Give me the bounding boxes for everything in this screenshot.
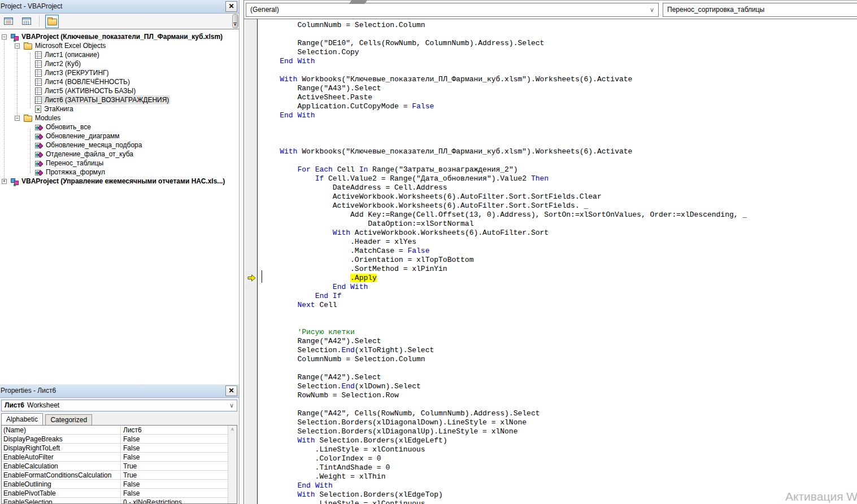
- scroll-up-icon[interactable]: ˄: [228, 426, 237, 434]
- tree-item-label: Лист5 (АКТИВНОСТЬ БАЗЫ): [45, 87, 136, 95]
- toolbar-overflow-button[interactable]: ▼: [232, 14, 238, 28]
- tree-item[interactable]: Лист5 (АКТИВНОСТЬ БАЗЫ): [0, 86, 239, 95]
- property-value[interactable]: False: [121, 480, 237, 488]
- properties-title: Properties - Лист6: [1, 387, 56, 395]
- folder-icon: [24, 116, 32, 122]
- project-toolbar: ▼: [0, 14, 239, 29]
- property-name: EnableSelection: [2, 498, 121, 504]
- next-statement-arrow-icon: [247, 274, 256, 282]
- code-line: .TintAndShade = 0: [262, 463, 747, 472]
- tree-item-label: Обновление_диаграмм: [46, 132, 120, 140]
- code-line: With Workbooks("Ключевые_показатели_ПЛ_Ф…: [262, 75, 747, 84]
- property-row: EnableFormatConditionsCalculationTrue: [2, 471, 237, 480]
- tree-item[interactable]: ✕ЭтаКнига: [0, 104, 239, 113]
- code-line: [262, 138, 747, 147]
- property-value[interactable]: False: [121, 453, 237, 461]
- code-line: Range("A42").Select: [262, 337, 747, 346]
- workbook-icon: ✕: [35, 106, 41, 113]
- code-window: (General) ∨ Перенос_сортировка_таблицы C…: [243, 0, 857, 504]
- code-line: Next Cell: [262, 301, 747, 310]
- property-name: DisplayRightToLeft: [2, 444, 121, 452]
- project-close-button[interactable]: ✕: [225, 1, 237, 12]
- module-icon: [35, 142, 43, 149]
- project-titlebar[interactable]: Project - VBAProject ✕: [0, 0, 239, 14]
- property-row: EnableCalculationTrue: [2, 462, 237, 471]
- module-icon: [35, 133, 43, 140]
- chevron-down-icon: ∨: [650, 3, 654, 16]
- code-line: With Workbooks("Ключевые_показатели_ПЛ_Ф…: [262, 147, 747, 156]
- tree-item-label: VBAProject (Ключевые_показатели_ПЛ_Фарма…: [21, 33, 223, 41]
- tree-item[interactable]: Лист2 (Куб): [0, 59, 239, 68]
- vbe-window: Project - VBAProject ✕ ▼ −VBAProject (Кл…: [0, 0, 857, 504]
- tree-item[interactable]: Протяжка_формул: [0, 168, 239, 177]
- property-row: DisplayPageBreaksFalse: [2, 435, 237, 444]
- toggle-folders-button[interactable]: [45, 15, 59, 28]
- procedure-dropdown-value: Перенос_сортировка_таблицы: [667, 6, 764, 14]
- object-selector-dropdown[interactable]: Лист6Worksheet ∨: [1, 400, 237, 411]
- expand-icon[interactable]: +: [2, 179, 7, 184]
- code-line: [262, 310, 747, 319]
- tree-item[interactable]: −VBAProject (Ключевые_показатели_ПЛ_Фарм…: [0, 32, 239, 41]
- code-line: .ColorIndex = 0: [262, 454, 747, 463]
- code-line: [262, 364, 747, 373]
- project-tree[interactable]: −VBAProject (Ключевые_показатели_ПЛ_Фарм…: [0, 30, 239, 384]
- tree-item[interactable]: −Modules: [0, 113, 239, 122]
- property-name: EnableFormatConditionsCalculation: [2, 471, 121, 479]
- property-row: EnableOutliningFalse: [2, 480, 237, 489]
- code-line: [262, 156, 747, 165]
- selected-object-name: Лист6: [5, 401, 24, 409]
- tree-item-content: Перенос_таблицы: [34, 159, 105, 168]
- collapse-icon[interactable]: −: [2, 34, 7, 40]
- code-line: DateAddress = Cell.Address: [262, 183, 747, 192]
- tree-item[interactable]: Отделение_файла_от_куба: [0, 150, 239, 159]
- tab-alphabetic[interactable]: Alphabetic: [1, 413, 43, 425]
- collapse-icon[interactable]: −: [15, 116, 20, 121]
- object-dropdown[interactable]: (General) ∨: [246, 3, 659, 17]
- tree-item-label: Microsoft Excel Objects: [35, 42, 106, 50]
- code-text: ColumnNumb = Selection.Column Range("DE1…: [262, 21, 747, 504]
- tree-item-content: VBAProject (Управление ежемесячными отче…: [10, 177, 226, 186]
- tree-item-label: Отделение_файла_от_куба: [46, 150, 133, 158]
- property-value[interactable]: 0 - xlNoRestrictions: [121, 498, 237, 504]
- property-value[interactable]: False: [121, 435, 237, 443]
- tree-item[interactable]: Обновить_все: [0, 122, 239, 132]
- tree-item[interactable]: Лист6 (ЗАТРАТЫ_ВОЗНАГРАЖДЕНИЯ): [0, 95, 239, 104]
- tree-item[interactable]: Обновление_диаграмм: [0, 132, 239, 141]
- tree-item-label: Modules: [35, 114, 60, 122]
- property-value[interactable]: False: [121, 489, 237, 497]
- tree-item[interactable]: −Microsoft Excel Objects: [0, 41, 239, 50]
- tree-item[interactable]: Лист4 (ВОВЛЕЧЁННОСТЬ): [0, 77, 239, 86]
- selected-object-type: Worksheet: [27, 401, 59, 409]
- code-line: .LineStyle = xlContinuous: [262, 445, 747, 454]
- tree-item[interactable]: +VBAProject (Управление ежемесячными отч…: [0, 177, 239, 186]
- tree-item[interactable]: Лист1 (описание): [0, 50, 239, 59]
- tree-item[interactable]: Лист3 (РЕКРУТИНГ): [0, 68, 239, 77]
- code-line: Range("A42").Select: [262, 373, 747, 382]
- view-code-button[interactable]: [2, 15, 15, 28]
- tree-item-content: Лист6 (ЗАТРАТЫ_ВОЗНАГРАЖДЕНИЯ): [34, 95, 170, 104]
- tree-item[interactable]: Обновление_месяца_подбора: [0, 141, 239, 150]
- folder-icon: [24, 43, 32, 50]
- tab-categorized[interactable]: Categorized: [45, 414, 92, 425]
- tree-item-content: Обновление_месяца_подбора: [34, 141, 143, 150]
- property-value[interactable]: True: [121, 462, 237, 470]
- property-grid: (Name)Лист6DisplayPageBreaksFalseDisplay…: [1, 425, 237, 504]
- code-line: End With: [262, 111, 747, 120]
- property-value[interactable]: True: [121, 471, 237, 479]
- code-line: .LineStyle = xlContinuous: [262, 499, 747, 504]
- properties-close-button[interactable]: ✕: [225, 385, 237, 396]
- view-object-button[interactable]: [20, 15, 33, 28]
- collapse-icon[interactable]: −: [15, 43, 20, 49]
- property-value[interactable]: Лист6: [121, 426, 237, 434]
- property-grid-scrollbar[interactable]: ˄: [228, 426, 237, 503]
- indicator-margin[interactable]: [245, 19, 258, 504]
- code-editor[interactable]: ColumnNumb = Selection.Column Range("DE1…: [258, 19, 857, 504]
- worksheet-icon: [35, 51, 42, 59]
- property-name: EnableOutlining: [2, 480, 121, 488]
- property-value[interactable]: False: [121, 444, 237, 452]
- tree-item[interactable]: Перенос_таблицы: [0, 159, 239, 168]
- chevron-down-icon: ∨: [229, 400, 234, 411]
- procedure-dropdown[interactable]: Перенос_сортировка_таблицы: [663, 3, 857, 17]
- properties-tabs: Alphabetic Categorized: [1, 413, 93, 425]
- properties-titlebar[interactable]: Properties - Лист6 ✕: [0, 384, 239, 398]
